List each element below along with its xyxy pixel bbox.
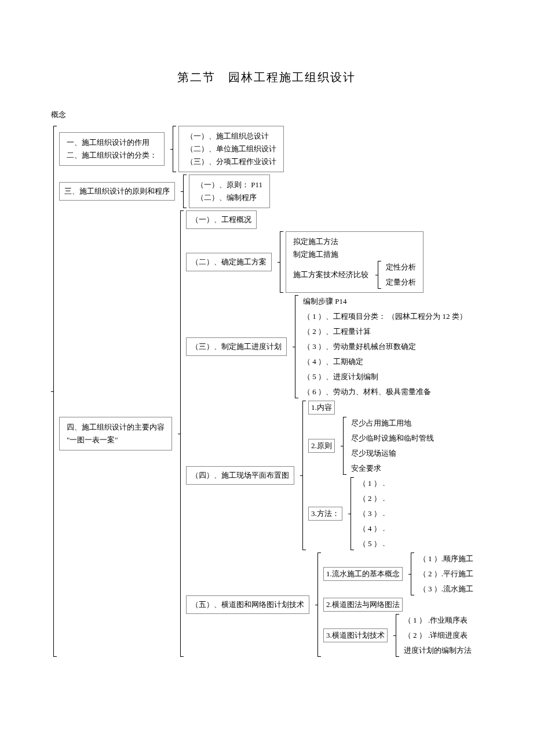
section-title: 第二节 园林工程施工组织设计: [35, 70, 498, 85]
s3-head: 编制步骤 P14: [301, 295, 469, 308]
sec4-s4: （四）、施工现场平面布置图: [186, 466, 294, 485]
box-sec3: 三、施工组织设计的原则和程序: [59, 182, 175, 201]
sec4-s5: （五）、横道图和网络图计划技术: [186, 595, 309, 614]
brace-s2c: [373, 261, 381, 289]
s2-c: 施工方案技术经济比较: [291, 268, 371, 281]
sec4-label2: "一图一表一案": [64, 434, 167, 446]
sec2-c1: （一）、施工组织总设计: [184, 130, 279, 143]
s5-q1: 1.流水施工的基本概念: [323, 567, 403, 581]
brace-sec2: [168, 126, 176, 172]
sec3-c1: （一）、原则： P11: [194, 179, 265, 191]
s4-m4: （ 4 ） .: [356, 522, 388, 535]
outline-tree: 概念 一、施工组织设计的作用 二、施工组织设计的分类： （一）、施工组织总设计 …: [35, 108, 498, 657]
s5-q3b: （ 2 ） .详细进度表: [401, 629, 474, 642]
s4-p3: 3.方法：: [308, 507, 342, 521]
brace-s4: [298, 401, 306, 550]
brace-s4p2: [338, 417, 346, 475]
s3-i6: （ 6 ）、劳动力、材料、极具需量准备: [301, 386, 469, 398]
s5-q1c: （ 3 ）.流水施工: [417, 583, 476, 595]
s5-q3c: 进度计划的编制方法: [401, 644, 474, 657]
box-sec4: 四、施工组织设计的主要内容 "一图一表一案": [59, 417, 172, 450]
sec4-s1: （一）、工程概况: [186, 210, 257, 229]
s3-i2: （ 2 ）、工程量计算: [301, 325, 469, 338]
s2-b: 制定施工措施: [291, 248, 418, 261]
s4-m2: （ 2 ） .: [356, 492, 388, 505]
s4-m5: （ 5 ） .: [356, 537, 388, 550]
brace-s3: [290, 295, 298, 398]
brace-s4p3: [346, 477, 354, 550]
s5-q1b: （ 2 ）.平行施工: [417, 568, 476, 580]
s2-d1: 定性分析: [384, 261, 418, 274]
sec4-s3: （三）、制定施工进度计划: [186, 337, 287, 356]
brace-sec3: [178, 175, 187, 208]
brace-root: [49, 126, 57, 657]
s2-d2: 定量分析: [384, 276, 418, 289]
box-sec1-2: 一、施工组织设计的作用 二、施工组织设计的分类：: [59, 132, 165, 166]
sec1-line1: 一、施工组织设计的作用: [64, 136, 159, 149]
s4-p1: 1.内容: [308, 401, 335, 415]
brace-s5q1: [406, 553, 414, 595]
s4-p2a: 尽少占用施工用地: [349, 417, 436, 430]
s4-m3: （ 3 ） .: [356, 507, 388, 520]
sec3-c2: （二）、编制程序: [194, 191, 265, 204]
s3-i4: （ 4 ）、工期确定: [301, 355, 469, 368]
s5-q3: 3.横道图计划技术: [323, 628, 388, 642]
s5-q3a: （ 1 ） .作业顺序表: [401, 614, 474, 627]
s3-i1: （ 1 ）、工程项目分类： （园林工程分为 12 类）: [301, 310, 469, 323]
brace-sec4: [176, 210, 184, 657]
brace-s2: [275, 231, 283, 293]
s4-m1: （ 1 ） .: [356, 477, 388, 490]
sec4-s2: （二）、确定施工方案: [186, 253, 272, 271]
s4-p2: 2.原则: [308, 439, 335, 453]
s2-a: 拟定施工方法: [291, 235, 418, 248]
s3-i3: （ 3 ）、劳动量好机械台班数确定: [301, 340, 469, 353]
sec2-c2: （二）、单位施工组织设计: [184, 143, 279, 155]
root-label: 概念: [49, 108, 498, 121]
brace-s5: [313, 553, 321, 657]
sec2-c3: （三）、分项工程作业设计: [184, 155, 279, 168]
brace-s5q3: [391, 614, 399, 657]
s4-p2c: 尽少现场运输: [349, 447, 436, 460]
sec1-line2: 二、施工组织设计的分类：: [64, 149, 159, 162]
s4-p2d: 安全要求: [349, 462, 436, 475]
s5-q1a: （ 1 ）.顺序施工: [417, 553, 476, 565]
s5-q2: 2.横道图法与网络图法: [323, 598, 403, 612]
s3-i5: （ 5 ）、进度计划编制: [301, 370, 469, 383]
sec4-label1: 四、施工组织设计的主要内容: [64, 421, 167, 434]
s4-p2b: 尽少临时设施和临时管线: [349, 432, 436, 445]
